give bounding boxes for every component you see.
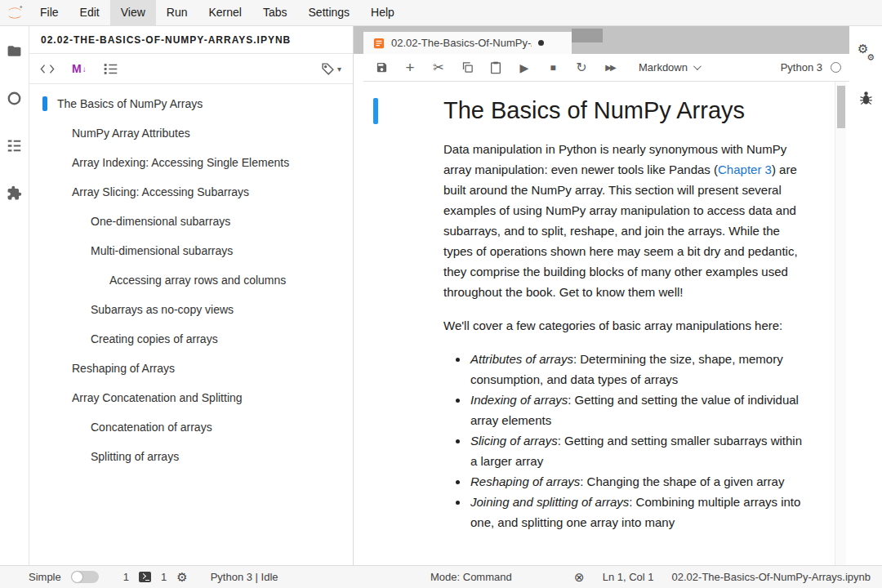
markdown-cell-selected[interactable]: The Basics of NumPy Arrays: [363, 82, 849, 134]
paragraph-text: ) are built around the NumPy array. This…: [443, 163, 798, 299]
command-mode-indicator: Mode: Command: [430, 566, 512, 588]
toc-tag-filter-button[interactable]: ▾: [321, 62, 341, 76]
kernel-name: Python 3: [781, 61, 822, 74]
toc-item[interactable]: Accessing array rows and columns: [29, 265, 353, 295]
extensions-tab[interactable]: [7, 185, 23, 201]
markdown-paragraph: We'll cover a few categories of basic ar…: [443, 315, 806, 336]
markdown-icon: M: [72, 62, 82, 75]
kernels-count[interactable]: 1: [161, 571, 167, 583]
menu-item-tabs[interactable]: Tabs: [252, 0, 298, 25]
stop-icon: ■: [550, 63, 555, 73]
fast-forward-icon: ▶▶: [605, 64, 614, 72]
toc-item[interactable]: Array Concatenation and Splitting: [29, 383, 353, 412]
file-browser-tab[interactable]: [7, 42, 23, 59]
kernel-idle-icon: [831, 62, 841, 73]
kernel-status-text[interactable]: Python 3 | Idle: [211, 571, 278, 583]
toc-item[interactable]: Array Indexing: Accessing Single Element…: [29, 148, 353, 177]
toc-item-label: The Basics of NumPy Arrays: [57, 97, 203, 110]
toc-item[interactable]: Concatenation of arrays: [29, 412, 353, 442]
list-item-emphasis: Indexing of arrays: [470, 393, 568, 407]
toc-item[interactable]: Array Slicing: Accessing Subarrays: [29, 177, 353, 207]
list-item: Joining and splitting of arrays: Combini…: [469, 492, 806, 532]
list-item-emphasis: Reshaping of arrays: [470, 474, 580, 488]
menu-item-edit[interactable]: Edit: [69, 0, 110, 25]
toc-item-label: Array Slicing: Accessing Subarrays: [72, 185, 249, 198]
selected-cell-indicator: [373, 98, 378, 124]
toc-item[interactable]: One-dimensional subarrays: [29, 207, 353, 236]
list-item: Slicing of arrays: Getting and setting s…: [469, 430, 806, 471]
list-item: Reshaping of arrays: Changing the shape …: [469, 471, 806, 492]
paragraph-text: We'll cover a few categories of basic ar…: [443, 318, 782, 332]
kernel-sessions-icon: ⚙: [176, 571, 187, 583]
list-item-emphasis: Attributes of arrays: [470, 352, 573, 366]
menu-item-kernel[interactable]: Kernel: [198, 0, 252, 25]
cursor-position[interactable]: Ln 1, Col 1: [603, 571, 654, 583]
notebook-heading: The Basics of NumPy Arrays: [443, 91, 806, 129]
run-cell-button[interactable]: ▶: [518, 60, 531, 76]
toc-item[interactable]: Subarrays as no-copy views: [29, 295, 353, 324]
cell-type-value: Markdown: [639, 61, 688, 74]
menu-item-file[interactable]: File: [29, 0, 69, 25]
toc-item-label: Array Concatenation and Splitting: [72, 391, 243, 404]
interrupt-kernel-button[interactable]: ■: [546, 60, 559, 76]
menu-bar: File Edit View Run Kernel Tabs Settings …: [0, 0, 882, 26]
list-item-emphasis: Slicing of arrays: [470, 434, 558, 448]
restart-run-all-button[interactable]: ▶▶: [604, 60, 617, 76]
unsaved-changes-dot[interactable]: [538, 40, 544, 46]
menu-item-help[interactable]: Help: [360, 0, 405, 25]
toc-item-label: Concatenation of arrays: [91, 421, 212, 434]
toc-item[interactable]: The Basics of NumPy Arrays: [29, 89, 353, 118]
toc-numbering-button[interactable]: [104, 63, 118, 75]
copy-cell-button[interactable]: [461, 60, 474, 76]
menu-item-settings[interactable]: Settings: [298, 0, 361, 25]
toc-item[interactable]: NumPy Array Attributes: [29, 118, 353, 148]
markdown-cell[interactable]: Data manipulation in Python is nearly sy…: [363, 134, 849, 532]
tab-bar-spacer: [572, 29, 603, 42]
gears-icon: ⚙⚙: [858, 43, 874, 61]
toc-toolbar: M↓ ▾: [29, 54, 353, 84]
code-icon: [40, 64, 55, 74]
scrollbar-thumb[interactable]: [837, 86, 845, 128]
cell-type-dropdown[interactable]: Markdown: [639, 61, 699, 74]
property-inspector-tab[interactable]: ⚙⚙: [858, 44, 874, 60]
notebook-tab[interactable]: 02.02-The-Basics-Of-NumPy-Arrays.ipynb: [363, 32, 572, 54]
vertical-scrollbar[interactable]: [835, 82, 846, 565]
notifications-off-icon[interactable]: ⊗: [574, 571, 585, 583]
save-button[interactable]: [375, 60, 388, 76]
toc-tree: The Basics of NumPy Arrays NumPy Array A…: [29, 84, 353, 471]
kernel-indicator[interactable]: Python 3: [781, 61, 841, 74]
toc-show-markdown-button[interactable]: M↓: [72, 62, 87, 75]
toc-panel-title: 02.02-THE-BASICS-OF-NUMPY-ARRAYS.IPYNB: [29, 26, 353, 54]
add-cell-button[interactable]: +: [403, 60, 416, 76]
active-file-name: 02.02-The-Basics-Of-NumPy-Arrays.ipynb: [672, 571, 871, 583]
restart-kernel-button[interactable]: ↻: [575, 60, 588, 76]
restart-icon: ↻: [576, 61, 586, 74]
toc-item-label: Splitting of arrays: [91, 450, 179, 463]
run-icon: ▶: [520, 62, 529, 74]
menu-item-view[interactable]: View: [110, 0, 156, 25]
terminals-count[interactable]: 1: [123, 571, 129, 583]
toc-item[interactable]: Reshaping of Arrays: [29, 354, 353, 383]
toc-item[interactable]: Creating copies of arrays: [29, 324, 353, 354]
jupyter-logo-icon: [6, 4, 24, 22]
cell-prompt-area: [363, 91, 443, 129]
table-of-contents-tab[interactable]: [7, 137, 23, 154]
running-sessions-tab[interactable]: [7, 90, 23, 106]
toc-show-code-button[interactable]: [40, 64, 55, 74]
debugger-tab[interactable]: [858, 90, 874, 106]
toc-item[interactable]: Multi-dimensional subarrays: [29, 236, 353, 265]
table-of-contents-panel: 02.02-THE-BASICS-OF-NUMPY-ARRAYS.IPYNB M…: [29, 26, 354, 565]
paste-cell-button[interactable]: [489, 60, 502, 76]
toc-item-label: Subarrays as no-copy views: [91, 303, 234, 316]
jupyter-logo: [0, 4, 29, 22]
menu-item-run[interactable]: Run: [156, 0, 198, 25]
toc-item[interactable]: Splitting of arrays: [29, 442, 353, 471]
status-left: Simple 1 1 ⚙ Python 3 | Idle: [29, 571, 278, 583]
toc-item-label: Array Indexing: Accessing Single Element…: [72, 156, 289, 169]
running-sessions-icon: [7, 91, 22, 106]
cell-prompt-area: [363, 139, 443, 532]
cut-cell-button[interactable]: ✂: [432, 60, 445, 76]
simple-mode-toggle[interactable]: [71, 571, 99, 583]
chapter-3-link[interactable]: Chapter 3: [718, 163, 772, 176]
list-item: Attributes of arrays: Determining the si…: [469, 349, 806, 390]
